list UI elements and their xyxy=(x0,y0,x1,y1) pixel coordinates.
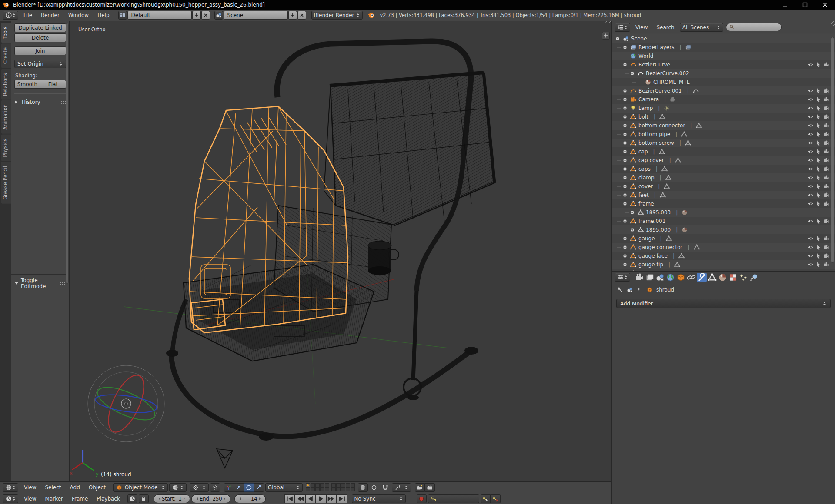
layer-cell[interactable] xyxy=(336,483,341,487)
opengl-render-image-button[interactable] xyxy=(415,483,425,492)
properties-tab-render[interactable] xyxy=(634,273,644,282)
toggle-visibility[interactable] xyxy=(807,218,814,225)
expand-toggle[interactable] xyxy=(622,166,627,172)
shelf-tab-create[interactable]: Create xyxy=(1,43,11,68)
lock-to-scene-toggle[interactable] xyxy=(358,483,368,492)
layer-cell[interactable] xyxy=(346,483,350,487)
lock-frame-toggle[interactable] xyxy=(139,494,149,503)
playback-realtime-toggle[interactable] xyxy=(127,494,137,503)
toggle-selectability[interactable] xyxy=(815,96,822,103)
layer-cell[interactable] xyxy=(325,483,329,487)
timeline-menu-frame[interactable]: Frame xyxy=(67,494,92,503)
display-filter-select[interactable]: All Scenes xyxy=(680,23,723,32)
expand-toggle[interactable] xyxy=(622,175,627,181)
region-expand-button[interactable] xyxy=(602,32,610,40)
expand-toggle[interactable] xyxy=(630,227,635,233)
outliner-row-clamp[interactable]: clamp| xyxy=(612,173,835,182)
outliner-row-cap[interactable]: cap| xyxy=(612,147,835,156)
previous-keyframe-button[interactable] xyxy=(295,494,305,503)
outliner-row-scene[interactable]: Scene xyxy=(612,34,835,43)
frame-end-field[interactable]: End: 250 xyxy=(191,494,230,503)
menu-window[interactable]: Window xyxy=(64,11,93,20)
expand-toggle[interactable] xyxy=(622,192,627,198)
layer-cell[interactable] xyxy=(320,483,324,487)
outliner-row-1895-000[interactable]: 1895.000| xyxy=(612,225,835,234)
collapse-toggle[interactable] xyxy=(630,71,635,76)
toggle-renderability[interactable] xyxy=(823,200,830,207)
editor-type-selector[interactable] xyxy=(615,273,630,282)
expand-toggle[interactable] xyxy=(622,114,627,120)
outliner-row-world[interactable]: World xyxy=(612,52,835,60)
toggle-selectability[interactable] xyxy=(815,139,822,146)
frame-start-field[interactable]: Start: 1 xyxy=(154,494,190,503)
toggle-visibility[interactable] xyxy=(807,113,814,120)
toggle-selectability[interactable] xyxy=(815,244,822,251)
expand-toggle[interactable] xyxy=(622,271,627,271)
scene-add-button[interactable] xyxy=(288,11,297,20)
properties-tab-physics[interactable] xyxy=(749,273,759,282)
sync-mode-select[interactable]: No Sync xyxy=(352,494,406,503)
layer-cell[interactable] xyxy=(315,483,320,487)
properties-tab-object[interactable] xyxy=(676,273,686,282)
toggle-renderability[interactable] xyxy=(823,261,830,268)
toggle-renderability[interactable] xyxy=(823,157,830,164)
menu-help[interactable]: Help xyxy=(93,11,114,20)
outliner-row-partial[interactable] xyxy=(612,269,835,271)
layer-cell[interactable] xyxy=(331,483,336,487)
toggle-renderability[interactable] xyxy=(823,218,830,225)
collapse-toggle[interactable] xyxy=(622,219,627,224)
editor-type-selector[interactable] xyxy=(3,11,18,20)
viewport-menu-view[interactable]: View xyxy=(20,483,40,492)
manipulator-toggle[interactable] xyxy=(224,483,234,492)
jump-to-start-button[interactable] xyxy=(284,494,295,503)
toggle-selectability[interactable] xyxy=(815,183,822,190)
add-modifier-dropdown[interactable]: Add Modifier xyxy=(616,299,831,308)
expand-toggle[interactable] xyxy=(622,45,627,50)
screen-layout-delete-button[interactable] xyxy=(201,11,210,20)
toggle-selectability[interactable] xyxy=(815,218,822,225)
viewport-menu-add[interactable]: Add xyxy=(66,483,84,492)
toggle-visibility[interactable] xyxy=(807,174,814,181)
outliner-row-bottom-connector[interactable]: bottom connector| xyxy=(612,121,835,130)
toggle-visibility[interactable] xyxy=(807,87,814,94)
toggle-renderability[interactable] xyxy=(823,131,830,138)
toggle-visibility[interactable] xyxy=(807,148,814,155)
toggle-visibility[interactable] xyxy=(807,235,814,242)
corner-grip[interactable] xyxy=(828,21,835,28)
toggle-visibility[interactable] xyxy=(807,192,814,199)
viewport-menu-select[interactable]: Select xyxy=(40,483,65,492)
tool-shelf-scrollbar[interactable] xyxy=(66,23,69,284)
outliner-row-bottom-screw[interactable]: bottom screw| xyxy=(612,139,835,147)
proportional-edit-toggle[interactable] xyxy=(369,483,379,492)
toggle-renderability[interactable] xyxy=(823,252,830,259)
layer-cell[interactable] xyxy=(341,483,345,487)
toggle-renderability[interactable] xyxy=(823,183,830,190)
pivot-align-toggle[interactable] xyxy=(210,483,220,492)
properties-tab-constraints[interactable] xyxy=(686,273,696,282)
scene-browse-button[interactable] xyxy=(214,11,223,20)
toggle-visibility[interactable] xyxy=(807,252,814,259)
toggle-renderability[interactable] xyxy=(823,244,830,251)
next-keyframe-button[interactable] xyxy=(326,494,337,503)
expand-toggle[interactable] xyxy=(622,140,627,146)
outliner-row-gauge-connector[interactable]: gauge connector| xyxy=(612,243,835,252)
delete-keyframe-button[interactable] xyxy=(491,494,501,503)
shelf-tab-grease-pencil[interactable]: Grease Pencil xyxy=(1,162,11,204)
expand-toggle[interactable] xyxy=(622,132,627,137)
panel-grip-icon[interactable] xyxy=(59,101,66,104)
viewport-menu-object[interactable]: Object xyxy=(84,483,110,492)
expand-toggle[interactable] xyxy=(622,236,627,242)
shelf-tab-relations[interactable]: Relations xyxy=(1,69,11,100)
toggle-selectability[interactable] xyxy=(815,122,822,129)
expand-toggle[interactable] xyxy=(622,88,627,94)
toggle-selectability[interactable] xyxy=(815,148,822,155)
properties-tab-particles[interactable] xyxy=(738,273,748,282)
set-origin-button[interactable]: Set Origin xyxy=(14,60,66,68)
outliner-row-renderlayers[interactable]: RenderLayers| xyxy=(612,43,835,52)
toggle-renderability[interactable] xyxy=(823,192,830,199)
jump-to-end-button[interactable] xyxy=(337,494,347,503)
toggle-selectability[interactable] xyxy=(815,105,822,112)
toggle-visibility[interactable] xyxy=(807,183,814,190)
expand-toggle[interactable] xyxy=(622,245,627,250)
outliner-row-bolt[interactable]: bolt| xyxy=(612,113,835,121)
